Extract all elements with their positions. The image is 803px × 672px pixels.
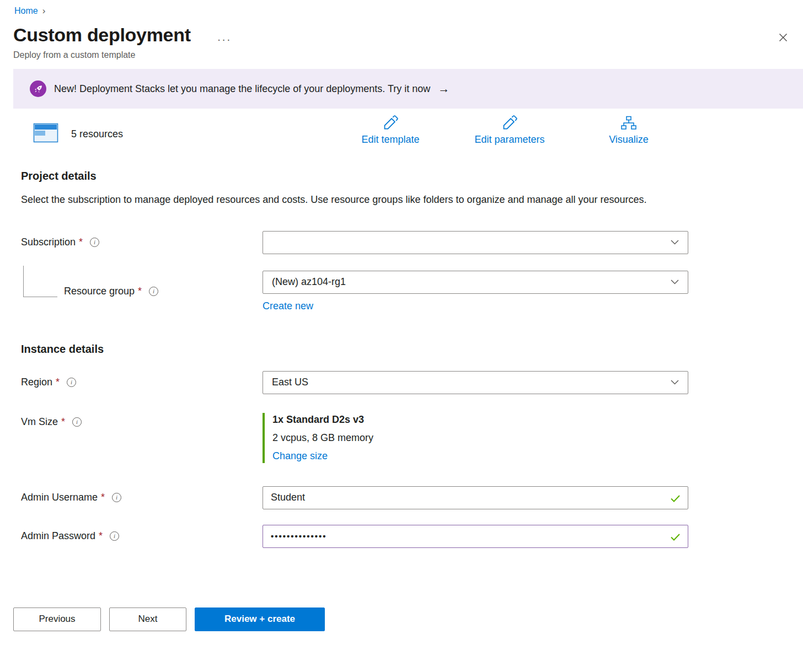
banner-message: New! Deployment Stacks let you manage th… bbox=[54, 83, 430, 95]
vm-size-specs: 2 vcpus, 8 GB memory bbox=[272, 432, 688, 444]
tree-connector bbox=[23, 266, 57, 297]
deployment-stacks-banner[interactable]: New! Deployment Stacks let you manage th… bbox=[13, 69, 803, 109]
resource-group-value: (New) az104-rg1 bbox=[272, 276, 346, 288]
required-marker: * bbox=[79, 236, 83, 248]
required-marker: * bbox=[101, 492, 105, 503]
form-content: Project details Select the subscription … bbox=[0, 170, 803, 548]
breadcrumb-home-link[interactable]: Home bbox=[14, 6, 38, 16]
breadcrumb: Home › bbox=[0, 0, 803, 17]
resource-group-select[interactable]: (New) az104-rg1 bbox=[263, 271, 688, 294]
instance-details-heading: Instance details bbox=[21, 343, 790, 356]
admin-password-input[interactable] bbox=[263, 525, 688, 548]
previous-button[interactable]: Previous bbox=[13, 608, 101, 631]
custom-deployment-page: Home › Custom deployment ··· Deploy from… bbox=[0, 0, 803, 672]
resource-group-row: Resource group * (New) az104-rg1 Create … bbox=[21, 271, 790, 312]
subscription-label: Subscription bbox=[21, 236, 76, 248]
edit-template-label: Edit template bbox=[361, 134, 419, 146]
more-options-button[interactable]: ··· bbox=[214, 33, 235, 45]
edit-template-button[interactable]: Edit template bbox=[331, 114, 450, 146]
info-icon[interactable] bbox=[67, 378, 76, 387]
valid-check-icon bbox=[671, 494, 680, 505]
visualize-button[interactable]: Visualize bbox=[569, 114, 688, 146]
review-create-button[interactable]: Review + create bbox=[195, 608, 325, 631]
required-marker: * bbox=[138, 286, 142, 297]
create-new-link[interactable]: Create new bbox=[263, 300, 313, 312]
vm-size-row: Vm Size * 1x Standard D2s v3 2 vcpus, 8 … bbox=[21, 413, 790, 463]
admin-password-row: Admin Password * bbox=[21, 525, 790, 548]
info-icon[interactable] bbox=[149, 287, 158, 296]
close-icon bbox=[779, 35, 788, 44]
page-title: Custom deployment bbox=[13, 24, 191, 46]
next-button[interactable]: Next bbox=[109, 608, 186, 631]
pencil-icon bbox=[502, 114, 517, 131]
resource-count: 5 resources bbox=[71, 128, 123, 140]
visualize-icon bbox=[620, 114, 637, 131]
arrow-right-icon: → bbox=[438, 82, 449, 95]
edit-parameters-label: Edit parameters bbox=[474, 134, 544, 146]
breadcrumb-separator-icon: › bbox=[42, 6, 46, 17]
admin-username-label: Admin Username bbox=[21, 492, 98, 503]
vm-size-label: Vm Size bbox=[21, 416, 58, 428]
info-icon[interactable] bbox=[72, 417, 82, 427]
subscription-row: Subscription * bbox=[21, 231, 790, 254]
valid-check-icon bbox=[671, 533, 680, 544]
region-value: East US bbox=[272, 377, 308, 388]
region-label: Region bbox=[21, 377, 52, 388]
page-header: Custom deployment ··· Deploy from a cust… bbox=[0, 17, 803, 60]
region-row: Region * East US bbox=[21, 371, 790, 394]
chevron-down-icon bbox=[671, 279, 679, 284]
resource-group-label: Resource group bbox=[64, 286, 135, 297]
close-button[interactable] bbox=[777, 31, 790, 46]
vm-size-name: 1x Standard D2s v3 bbox=[272, 414, 688, 426]
info-icon[interactable] bbox=[90, 238, 99, 247]
info-icon[interactable] bbox=[110, 531, 119, 541]
change-size-link[interactable]: Change size bbox=[272, 450, 328, 462]
page-subtitle: Deploy from a custom template bbox=[13, 50, 790, 60]
info-icon[interactable] bbox=[112, 493, 121, 502]
region-select[interactable]: East US bbox=[263, 371, 688, 394]
rocket-icon bbox=[30, 80, 46, 97]
template-icon bbox=[33, 123, 58, 146]
required-marker: * bbox=[56, 377, 60, 388]
subscription-select[interactable] bbox=[263, 231, 688, 254]
edit-parameters-button[interactable]: Edit parameters bbox=[450, 114, 569, 146]
pencil-icon bbox=[383, 114, 398, 131]
visualize-label: Visualize bbox=[609, 134, 649, 146]
template-summary: 5 resources bbox=[33, 123, 123, 146]
project-details-description: Select the subscription to manage deploy… bbox=[21, 191, 655, 209]
vm-size-summary: 1x Standard D2s v3 2 vcpus, 8 GB memory … bbox=[263, 413, 688, 463]
required-marker: * bbox=[61, 416, 65, 428]
project-details-heading: Project details bbox=[21, 170, 790, 182]
admin-password-label: Admin Password bbox=[21, 530, 95, 542]
template-bar: 5 resources Edit template bbox=[33, 114, 803, 146]
chevron-down-icon bbox=[671, 240, 679, 245]
chevron-down-icon bbox=[671, 380, 679, 385]
wizard-footer: Previous Next Review + create bbox=[13, 608, 803, 631]
required-marker: * bbox=[99, 530, 103, 542]
admin-username-row: Admin Username * bbox=[21, 486, 790, 509]
admin-username-input[interactable] bbox=[263, 486, 688, 509]
